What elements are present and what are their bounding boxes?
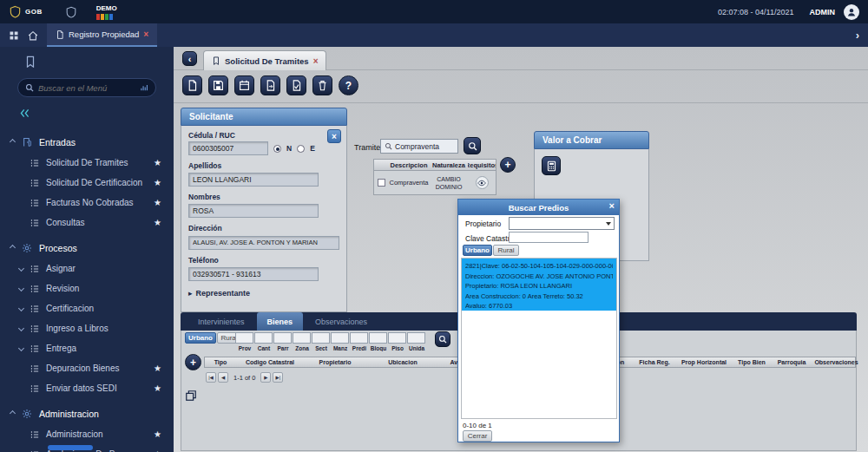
favorite-star-icon[interactable]: ★ bbox=[154, 364, 161, 373]
add-tramite-button[interactable]: + bbox=[500, 157, 516, 173]
code-input-bloqu[interactable] bbox=[369, 332, 387, 344]
modal-rural-button[interactable]: Rural bbox=[493, 245, 519, 256]
propietario-select[interactable] bbox=[509, 217, 615, 230]
back-button[interactable]: ‹ bbox=[182, 51, 197, 66]
tab-observaciones[interactable]: Observaciones bbox=[305, 312, 378, 331]
sidebar-item-consultas[interactable]: Consultas ★ bbox=[0, 213, 174, 233]
favorite-star-icon[interactable]: ★ bbox=[154, 178, 161, 187]
sidebar-item-certificacion[interactable]: Certificacion bbox=[0, 298, 174, 318]
predio-list-item-selected[interactable]: 2821|Clave: 06-02-50-104-105-104-029-000… bbox=[462, 259, 616, 311]
code-input-cant[interactable] bbox=[254, 332, 273, 344]
chevron-up-icon bbox=[10, 410, 16, 416]
export-document-button[interactable] bbox=[260, 75, 280, 95]
apps-grid-icon[interactable] bbox=[9, 30, 19, 41]
sidebar-item-depuracion-bienes[interactable]: Depuracion Bienes ★ bbox=[0, 358, 174, 378]
table-row[interactable]: Compraventa CAMBIO DOMINIO bbox=[373, 171, 496, 195]
first-page-button[interactable]: |◀ bbox=[206, 372, 216, 383]
calendar-button[interactable] bbox=[234, 75, 254, 95]
radio-natural[interactable] bbox=[273, 145, 281, 153]
delete-button[interactable] bbox=[312, 75, 332, 95]
menu-search[interactable] bbox=[17, 78, 156, 97]
direccion-input[interactable] bbox=[188, 236, 339, 250]
sidebar-section-administracion[interactable]: Administracion bbox=[0, 403, 174, 424]
tab-intervinientes[interactable]: Intervinientes bbox=[187, 312, 255, 331]
close-tab-icon[interactable]: × bbox=[313, 56, 319, 66]
avatar[interactable] bbox=[844, 4, 859, 20]
tab-bienes[interactable]: Bienes bbox=[257, 312, 304, 331]
item-label: Facturas No Cobradas bbox=[46, 198, 134, 207]
new-document-button[interactable] bbox=[182, 75, 202, 95]
tramite-search-button[interactable] bbox=[464, 137, 481, 154]
item-label: Revision bbox=[46, 284, 79, 293]
cedula-input[interactable] bbox=[188, 141, 268, 155]
sidebar: Entradas Solicitud De Tramites ★ Solicit… bbox=[0, 47, 174, 452]
help-button[interactable]: ? bbox=[339, 75, 358, 95]
add-bien-button[interactable]: + bbox=[185, 354, 201, 370]
sidebar-section-procesos[interactable]: Procesos bbox=[0, 237, 174, 259]
sidebar-item-solicitud-de-tramites[interactable]: Solicitud De Tramites ★ bbox=[0, 153, 174, 173]
sidebar-item-ingreso-a-libros[interactable]: Ingreso a Libros bbox=[0, 318, 174, 338]
verify-document-button[interactable] bbox=[286, 75, 306, 95]
urbano-button[interactable]: Urbano bbox=[185, 332, 216, 344]
prev-page-button[interactable]: ◀ bbox=[218, 372, 228, 383]
favorite-star-icon[interactable]: ★ bbox=[154, 158, 161, 167]
sidebar-item-administracion[interactable]: Administracion ★ bbox=[0, 424, 174, 444]
radio-extranjero[interactable] bbox=[297, 145, 305, 153]
close-modal-icon[interactable]: × bbox=[609, 200, 615, 211]
representante-toggle[interactable]: ▸ Representante bbox=[188, 289, 339, 298]
save-button[interactable] bbox=[208, 75, 228, 95]
sidebar-item-solicitud-de-certificacion[interactable]: Solicitud De Certificacion ★ bbox=[0, 173, 174, 193]
demo-label: DEMO bbox=[96, 4, 117, 12]
copy-stack-icon[interactable] bbox=[185, 390, 197, 402]
code-input-zona[interactable] bbox=[293, 332, 311, 344]
close-tab-icon[interactable]: × bbox=[143, 29, 148, 39]
telefono-input[interactable] bbox=[188, 267, 319, 281]
favorite-star-icon[interactable]: ★ bbox=[154, 218, 161, 227]
calculate-button[interactable] bbox=[542, 156, 561, 175]
sidebar-item-asignar[interactable]: Asignar bbox=[0, 259, 174, 278]
eye-icon bbox=[477, 179, 486, 187]
expand-right-icon[interactable]: › bbox=[856, 29, 859, 42]
sidebar-item-enviar-datos-sedi[interactable]: Enviar datos SEDI ★ bbox=[0, 378, 174, 398]
row-checkbox[interactable] bbox=[378, 179, 385, 187]
home-icon[interactable] bbox=[28, 30, 38, 41]
panel-header[interactable]: Solicitante bbox=[181, 108, 347, 126]
code-input-parr[interactable] bbox=[273, 332, 292, 344]
tab-solicitud-de-tramites[interactable]: Solicitud De Tramites × bbox=[203, 50, 326, 70]
sidebar-item-entrega[interactable]: Entrega bbox=[0, 338, 174, 358]
code-input-predi[interactable] bbox=[350, 332, 368, 344]
clear-solicitante-button[interactable]: × bbox=[327, 129, 341, 143]
tab-registro-propiedad[interactable]: Registro Propiedad × bbox=[47, 23, 157, 47]
column-tipo: Tipo bbox=[205, 357, 236, 367]
telefono-label: Teléfono bbox=[188, 256, 339, 265]
code-input-prov[interactable] bbox=[235, 332, 253, 344]
chevron-down-icon bbox=[18, 345, 24, 351]
modal-urbano-button[interactable]: Urbano bbox=[463, 245, 492, 256]
last-page-button[interactable]: ▶| bbox=[273, 372, 283, 383]
panel-header[interactable]: Valor a Cobrar bbox=[534, 131, 649, 149]
next-page-button[interactable]: ▶ bbox=[260, 372, 271, 383]
favorite-star-icon[interactable]: ★ bbox=[154, 429, 161, 439]
sidebar-item-revision[interactable]: Revision bbox=[0, 278, 174, 298]
modal-header[interactable]: Buscar Predios × bbox=[458, 200, 619, 215]
code-input-piso[interactable] bbox=[388, 332, 406, 344]
nombres-input[interactable] bbox=[188, 204, 319, 218]
bookmark-icon[interactable] bbox=[24, 56, 36, 68]
view-requisitos-button[interactable] bbox=[476, 176, 489, 189]
column-descripcion: Descripcion bbox=[388, 160, 430, 170]
code-input-manz[interactable] bbox=[331, 332, 349, 344]
menu-search-input[interactable] bbox=[38, 83, 135, 93]
cerrar-button[interactable]: Cerrar bbox=[463, 430, 492, 442]
sidebar-item-facturas-no-cobradas[interactable]: Facturas No Cobradas ★ bbox=[0, 193, 174, 213]
buscar-predios-button[interactable] bbox=[435, 331, 450, 347]
code-input-unida[interactable] bbox=[407, 332, 425, 344]
favorite-star-icon[interactable]: ★ bbox=[154, 198, 161, 207]
sidebar-scrollbar-thumb[interactable] bbox=[48, 445, 93, 450]
clave-catastral-input[interactable] bbox=[509, 232, 589, 243]
favorite-star-icon[interactable]: ★ bbox=[154, 383, 161, 393]
sidebar-section-entradas[interactable]: Entradas bbox=[0, 131, 174, 153]
apellidos-input[interactable] bbox=[188, 173, 319, 187]
collapse-sidebar-icon[interactable] bbox=[19, 108, 30, 119]
tramite-field[interactable]: Compraventa bbox=[380, 139, 458, 154]
code-input-sect[interactable] bbox=[312, 332, 330, 344]
